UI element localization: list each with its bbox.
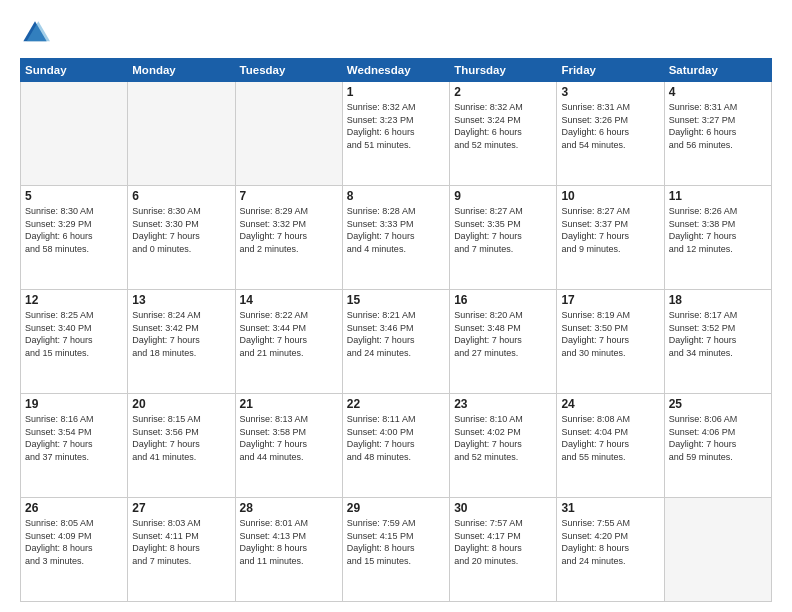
calendar-cell: 26Sunrise: 8:05 AM Sunset: 4:09 PM Dayli… [21, 498, 128, 602]
calendar-cell: 17Sunrise: 8:19 AM Sunset: 3:50 PM Dayli… [557, 290, 664, 394]
day-number: 20 [132, 397, 230, 411]
day-number: 12 [25, 293, 123, 307]
day-info: Sunrise: 8:20 AM Sunset: 3:48 PM Dayligh… [454, 309, 552, 359]
calendar-cell: 6Sunrise: 8:30 AM Sunset: 3:30 PM Daylig… [128, 186, 235, 290]
calendar-cell: 3Sunrise: 8:31 AM Sunset: 3:26 PM Daylig… [557, 82, 664, 186]
calendar-header-thursday: Thursday [450, 59, 557, 82]
day-number: 25 [669, 397, 767, 411]
calendar-cell: 16Sunrise: 8:20 AM Sunset: 3:48 PM Dayli… [450, 290, 557, 394]
calendar-cell: 28Sunrise: 8:01 AM Sunset: 4:13 PM Dayli… [235, 498, 342, 602]
logo-icon [20, 18, 50, 48]
day-number: 26 [25, 501, 123, 515]
day-number: 6 [132, 189, 230, 203]
calendar-cell: 24Sunrise: 8:08 AM Sunset: 4:04 PM Dayli… [557, 394, 664, 498]
day-info: Sunrise: 8:31 AM Sunset: 3:27 PM Dayligh… [669, 101, 767, 151]
calendar-header-sunday: Sunday [21, 59, 128, 82]
calendar-cell [235, 82, 342, 186]
day-info: Sunrise: 8:03 AM Sunset: 4:11 PM Dayligh… [132, 517, 230, 567]
day-number: 11 [669, 189, 767, 203]
day-info: Sunrise: 8:32 AM Sunset: 3:24 PM Dayligh… [454, 101, 552, 151]
calendar-week-3: 12Sunrise: 8:25 AM Sunset: 3:40 PM Dayli… [21, 290, 772, 394]
day-number: 18 [669, 293, 767, 307]
day-info: Sunrise: 8:19 AM Sunset: 3:50 PM Dayligh… [561, 309, 659, 359]
calendar-cell: 1Sunrise: 8:32 AM Sunset: 3:23 PM Daylig… [342, 82, 449, 186]
day-number: 19 [25, 397, 123, 411]
day-info: Sunrise: 8:05 AM Sunset: 4:09 PM Dayligh… [25, 517, 123, 567]
day-info: Sunrise: 8:22 AM Sunset: 3:44 PM Dayligh… [240, 309, 338, 359]
day-info: Sunrise: 7:57 AM Sunset: 4:17 PM Dayligh… [454, 517, 552, 567]
logo [20, 18, 56, 48]
day-number: 3 [561, 85, 659, 99]
calendar-cell: 10Sunrise: 8:27 AM Sunset: 3:37 PM Dayli… [557, 186, 664, 290]
calendar-body: 1Sunrise: 8:32 AM Sunset: 3:23 PM Daylig… [21, 82, 772, 602]
day-number: 7 [240, 189, 338, 203]
day-number: 22 [347, 397, 445, 411]
day-info: Sunrise: 8:16 AM Sunset: 3:54 PM Dayligh… [25, 413, 123, 463]
day-number: 10 [561, 189, 659, 203]
calendar-week-2: 5Sunrise: 8:30 AM Sunset: 3:29 PM Daylig… [21, 186, 772, 290]
day-info: Sunrise: 8:26 AM Sunset: 3:38 PM Dayligh… [669, 205, 767, 255]
day-info: Sunrise: 8:10 AM Sunset: 4:02 PM Dayligh… [454, 413, 552, 463]
calendar-header-monday: Monday [128, 59, 235, 82]
day-info: Sunrise: 7:55 AM Sunset: 4:20 PM Dayligh… [561, 517, 659, 567]
calendar-cell: 14Sunrise: 8:22 AM Sunset: 3:44 PM Dayli… [235, 290, 342, 394]
day-info: Sunrise: 8:15 AM Sunset: 3:56 PM Dayligh… [132, 413, 230, 463]
calendar-cell: 4Sunrise: 8:31 AM Sunset: 3:27 PM Daylig… [664, 82, 771, 186]
calendar-cell: 29Sunrise: 7:59 AM Sunset: 4:15 PM Dayli… [342, 498, 449, 602]
calendar-cell: 5Sunrise: 8:30 AM Sunset: 3:29 PM Daylig… [21, 186, 128, 290]
calendar-cell [21, 82, 128, 186]
calendar-week-1: 1Sunrise: 8:32 AM Sunset: 3:23 PM Daylig… [21, 82, 772, 186]
day-number: 17 [561, 293, 659, 307]
day-number: 16 [454, 293, 552, 307]
calendar-cell: 13Sunrise: 8:24 AM Sunset: 3:42 PM Dayli… [128, 290, 235, 394]
day-info: Sunrise: 8:21 AM Sunset: 3:46 PM Dayligh… [347, 309, 445, 359]
day-info: Sunrise: 8:27 AM Sunset: 3:37 PM Dayligh… [561, 205, 659, 255]
day-info: Sunrise: 7:59 AM Sunset: 4:15 PM Dayligh… [347, 517, 445, 567]
day-number: 30 [454, 501, 552, 515]
calendar-cell: 21Sunrise: 8:13 AM Sunset: 3:58 PM Dayli… [235, 394, 342, 498]
calendar-cell: 9Sunrise: 8:27 AM Sunset: 3:35 PM Daylig… [450, 186, 557, 290]
day-number: 24 [561, 397, 659, 411]
day-info: Sunrise: 8:25 AM Sunset: 3:40 PM Dayligh… [25, 309, 123, 359]
calendar-cell [128, 82, 235, 186]
day-number: 9 [454, 189, 552, 203]
day-number: 4 [669, 85, 767, 99]
calendar-cell: 27Sunrise: 8:03 AM Sunset: 4:11 PM Dayli… [128, 498, 235, 602]
calendar-cell: 22Sunrise: 8:11 AM Sunset: 4:00 PM Dayli… [342, 394, 449, 498]
day-number: 2 [454, 85, 552, 99]
calendar-cell: 8Sunrise: 8:28 AM Sunset: 3:33 PM Daylig… [342, 186, 449, 290]
day-number: 14 [240, 293, 338, 307]
calendar-header-friday: Friday [557, 59, 664, 82]
calendar-cell: 2Sunrise: 8:32 AM Sunset: 3:24 PM Daylig… [450, 82, 557, 186]
day-number: 21 [240, 397, 338, 411]
calendar-cell: 30Sunrise: 7:57 AM Sunset: 4:17 PM Dayli… [450, 498, 557, 602]
day-number: 13 [132, 293, 230, 307]
day-info: Sunrise: 8:24 AM Sunset: 3:42 PM Dayligh… [132, 309, 230, 359]
day-number: 1 [347, 85, 445, 99]
calendar-table: SundayMondayTuesdayWednesdayThursdayFrid… [20, 58, 772, 602]
day-info: Sunrise: 8:27 AM Sunset: 3:35 PM Dayligh… [454, 205, 552, 255]
day-info: Sunrise: 8:06 AM Sunset: 4:06 PM Dayligh… [669, 413, 767, 463]
calendar-cell: 25Sunrise: 8:06 AM Sunset: 4:06 PM Dayli… [664, 394, 771, 498]
day-number: 28 [240, 501, 338, 515]
day-info: Sunrise: 8:08 AM Sunset: 4:04 PM Dayligh… [561, 413, 659, 463]
day-info: Sunrise: 8:32 AM Sunset: 3:23 PM Dayligh… [347, 101, 445, 151]
calendar-week-5: 26Sunrise: 8:05 AM Sunset: 4:09 PM Dayli… [21, 498, 772, 602]
calendar-header-wednesday: Wednesday [342, 59, 449, 82]
day-info: Sunrise: 8:13 AM Sunset: 3:58 PM Dayligh… [240, 413, 338, 463]
calendar-cell: 31Sunrise: 7:55 AM Sunset: 4:20 PM Dayli… [557, 498, 664, 602]
calendar-header-tuesday: Tuesday [235, 59, 342, 82]
calendar-cell [664, 498, 771, 602]
day-number: 31 [561, 501, 659, 515]
calendar-cell: 15Sunrise: 8:21 AM Sunset: 3:46 PM Dayli… [342, 290, 449, 394]
day-info: Sunrise: 8:29 AM Sunset: 3:32 PM Dayligh… [240, 205, 338, 255]
day-number: 29 [347, 501, 445, 515]
calendar-header-row: SundayMondayTuesdayWednesdayThursdayFrid… [21, 59, 772, 82]
calendar-cell: 7Sunrise: 8:29 AM Sunset: 3:32 PM Daylig… [235, 186, 342, 290]
day-number: 23 [454, 397, 552, 411]
calendar-cell: 23Sunrise: 8:10 AM Sunset: 4:02 PM Dayli… [450, 394, 557, 498]
day-info: Sunrise: 8:30 AM Sunset: 3:29 PM Dayligh… [25, 205, 123, 255]
day-info: Sunrise: 8:31 AM Sunset: 3:26 PM Dayligh… [561, 101, 659, 151]
calendar-week-4: 19Sunrise: 8:16 AM Sunset: 3:54 PM Dayli… [21, 394, 772, 498]
calendar-cell: 18Sunrise: 8:17 AM Sunset: 3:52 PM Dayli… [664, 290, 771, 394]
